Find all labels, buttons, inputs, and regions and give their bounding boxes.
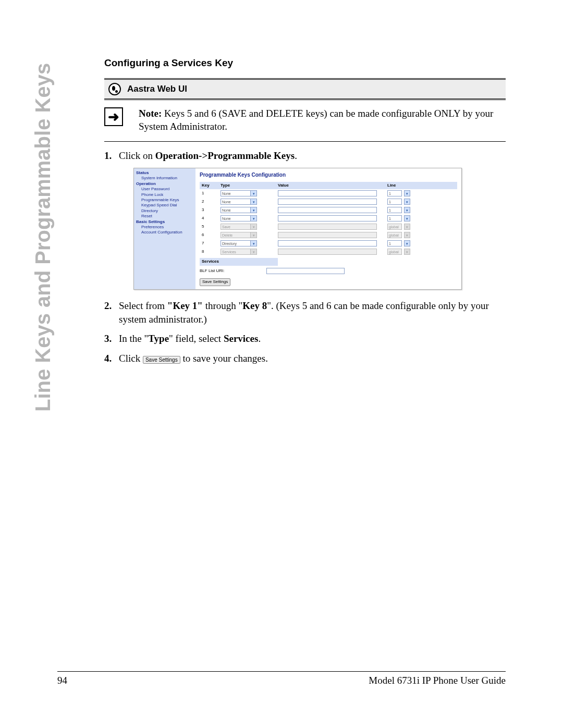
line-select[interactable]: 1 [387, 215, 402, 221]
step-1-text-b: Operation->Programmable Keys [155, 150, 295, 161]
nav-account-configuration[interactable]: Account Configuration [136, 230, 194, 235]
chevron-down-icon: ▾ [250, 232, 256, 238]
step-2-text-a: Select from [119, 300, 167, 311]
note-block: ➜ Note: Keys 5 and 6 (SAVE and DELETE ke… [104, 107, 506, 142]
type-select[interactable]: None▾ [221, 207, 257, 213]
blf-row: BLF List URI: [200, 268, 457, 274]
nav-user-password[interactable]: User Password [136, 187, 194, 192]
type-select[interactable]: None▾ [221, 190, 257, 196]
type-select[interactable]: None▾ [221, 199, 257, 205]
sidebar-section-label: Line Keys and Programmable Keys [31, 47, 63, 412]
nav-phone-lock[interactable]: Phone Lock [136, 192, 194, 198]
page: Line Keys and Programmable Keys Configur… [0, 0, 563, 728]
key-cell: 4 [200, 216, 221, 221]
note-prefix: Note: [139, 108, 162, 119]
blf-label: BLF List URI: [200, 268, 225, 274]
type-select: Services▾ [221, 249, 257, 255]
arrow-right-icon: ➜ [104, 107, 123, 126]
inline-save-settings-button[interactable]: Save Settings [143, 356, 180, 364]
table-row: 8Services▾global▾ [200, 248, 457, 256]
step-3: In the "Type" field, select Services. [104, 332, 506, 346]
chevron-down-icon: ▾ [250, 216, 256, 221]
table-row: 5Save▾global▾ [200, 223, 457, 231]
value-input[interactable] [278, 199, 377, 205]
value-input[interactable] [278, 207, 377, 213]
nav-programmable-keys[interactable]: Programmable Keys [136, 198, 194, 203]
screenshot-main: Programmable Keys Configuration Key Type… [195, 168, 461, 289]
line-select[interactable]: 1 [387, 240, 402, 246]
chevron-down-icon: ▾ [250, 191, 256, 196]
nav-directory[interactable]: Directory [136, 208, 194, 214]
page-footer: 94 Model 6731i IP Phone User Guide [57, 671, 506, 686]
type-select: Save▾ [221, 224, 257, 230]
step-2-text-d: Key 8 [242, 300, 267, 311]
value-input [278, 249, 377, 255]
screenshot-nav: Status System Information Operation User… [134, 168, 195, 289]
step-4-text-a: Click [119, 353, 143, 364]
key-cell: 8 [200, 249, 221, 255]
table-row: 1None▾1▾ [200, 189, 457, 198]
step-4: Click Save Settings to save your changes… [104, 352, 506, 365]
step-1-text-a: Click on [119, 150, 155, 161]
nav-preferences[interactable]: Preferences [136, 225, 194, 230]
nav-system-information[interactable]: System Information [136, 176, 194, 181]
key-cell: 3 [200, 207, 221, 213]
value-input[interactable] [278, 240, 377, 246]
step-4-text-b: to save your changes. [180, 353, 268, 364]
line-select[interactable]: 1 [387, 199, 402, 205]
value-input [278, 224, 377, 230]
table-row: 2None▾1▾ [200, 198, 457, 206]
type-select[interactable]: Directory▾ [221, 240, 257, 246]
step-1: Click on Operation->Programmable Keys. S… [104, 149, 506, 290]
type-select[interactable]: None▾ [221, 215, 257, 221]
col-type: Type [221, 183, 278, 189]
note-text: Note: Keys 5 and 6 (SAVE and DELETE keys… [139, 107, 506, 133]
step-3-text-c: " field, select [169, 333, 224, 344]
blf-input[interactable] [266, 268, 345, 274]
table-row: 7Directory▾1▾ [200, 239, 457, 248]
key-cell: 5 [200, 224, 221, 230]
value-input[interactable] [278, 215, 377, 221]
screenshot-title: Programmable Keys Configuration [200, 171, 457, 179]
chevron-down-icon[interactable]: ▾ [404, 215, 410, 221]
chevron-down-icon: ▾ [250, 207, 256, 213]
nav-basic-settings[interactable]: Basic Settings [136, 219, 194, 225]
chevron-down-icon[interactable]: ▾ [404, 199, 410, 205]
chevron-down-icon[interactable]: ▾ [404, 207, 410, 213]
type-select: Delete▾ [221, 232, 257, 238]
chevron-down-icon[interactable]: ▾ [404, 240, 410, 246]
save-settings-button[interactable]: Save Settings [200, 278, 230, 286]
chevron-down-icon: ▾ [250, 199, 256, 204]
line-select[interactable]: 1 [387, 207, 402, 213]
nav-reset[interactable]: Reset [136, 214, 194, 219]
col-value: Value [278, 183, 387, 189]
chevron-down-icon[interactable]: ▾ [404, 190, 410, 196]
step-list: Click on Operation->Programmable Keys. S… [104, 149, 506, 365]
nav-operation[interactable]: Operation [136, 181, 194, 187]
web-ui-heading: Aastra Web UI [104, 78, 506, 100]
key-cell: 2 [200, 199, 221, 205]
config-screenshot: Status System Information Operation User… [133, 168, 462, 290]
value-input[interactable] [278, 190, 377, 196]
services-section-header: Services [200, 258, 278, 266]
footer-title: Model 6731i IP Phone User Guide [369, 675, 506, 686]
table-body: 1None▾1▾2None▾1▾3None▾1▾4None▾1▾5Save▾gl… [200, 189, 457, 256]
key-cell: 1 [200, 191, 221, 196]
table-row: 3None▾1▾ [200, 206, 457, 214]
col-line: Line [387, 183, 419, 189]
key-cell: 7 [200, 241, 221, 246]
step-2-text-c: through " [203, 300, 242, 311]
line-select: global [387, 224, 402, 230]
nav-keypad-speed-dial[interactable]: Keypad Speed Dial [136, 203, 194, 208]
step-3-text-e: . [258, 333, 261, 344]
chevron-down-icon: ▾ [404, 224, 410, 230]
section-title: Configuring a Services Key [104, 57, 506, 69]
chevron-down-icon: ▾ [404, 249, 410, 255]
chevron-down-icon: ▾ [404, 232, 410, 238]
chevron-down-icon: ▾ [250, 249, 256, 254]
line-select[interactable]: 1 [387, 190, 402, 196]
value-input [278, 232, 377, 238]
step-1-text-c: . [295, 150, 297, 161]
nav-status[interactable]: Status [136, 170, 194, 176]
key-cell: 6 [200, 232, 221, 238]
